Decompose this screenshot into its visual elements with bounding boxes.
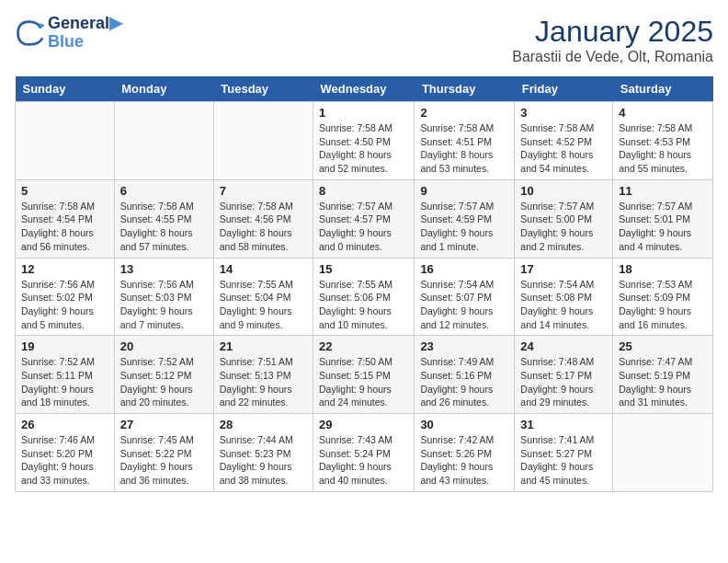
day-number: 31 — [520, 418, 607, 431]
calendar-week-row: 5Sunrise: 7:58 AM Sunset: 4:54 PM Daylig… — [16, 179, 713, 258]
day-number: 15 — [319, 262, 408, 276]
day-number: 4 — [619, 106, 707, 120]
calendar-day-cell: 12Sunrise: 7:56 AM Sunset: 5:02 PM Dayli… — [16, 258, 115, 336]
logo-icon — [15, 18, 44, 48]
calendar-day-cell: 25Sunrise: 7:47 AM Sunset: 5:19 PM Dayli… — [613, 336, 713, 414]
day-info: Sunrise: 7:43 AM Sunset: 5:24 PM Dayligh… — [319, 433, 408, 488]
day-number: 11 — [619, 184, 707, 198]
day-info: Sunrise: 7:58 AM Sunset: 4:52 PM Dayligh… — [520, 121, 607, 176]
day-info: Sunrise: 7:50 AM Sunset: 5:15 PM Dayligh… — [319, 355, 408, 409]
weekday-cell: Thursday — [415, 76, 515, 102]
day-info: Sunrise: 7:42 AM Sunset: 5:26 PM Dayligh… — [420, 433, 508, 488]
calendar-week-row: 1Sunrise: 7:58 AM Sunset: 4:50 PM Daylig… — [16, 102, 713, 180]
calendar-day-cell: 31Sunrise: 7:41 AM Sunset: 5:27 PM Dayli… — [515, 414, 613, 492]
day-info: Sunrise: 7:58 AM Sunset: 4:51 PM Dayligh… — [420, 121, 508, 176]
day-info: Sunrise: 7:51 AM Sunset: 5:13 PM Dayligh… — [220, 355, 307, 409]
calendar-day-cell: 24Sunrise: 7:48 AM Sunset: 5:17 PM Dayli… — [515, 336, 613, 414]
title-block: January 2025 Barastii de Vede, Olt, Roma… — [512, 15, 713, 65]
day-info: Sunrise: 7:52 AM Sunset: 5:11 PM Dayligh… — [21, 355, 108, 409]
day-info: Sunrise: 7:58 AM Sunset: 4:55 PM Dayligh… — [120, 200, 208, 254]
weekday-cell: Tuesday — [213, 76, 313, 102]
calendar-day-cell: 15Sunrise: 7:55 AM Sunset: 5:06 PM Dayli… — [313, 258, 415, 336]
calendar-day-cell — [114, 102, 213, 180]
day-info: Sunrise: 7:54 AM Sunset: 5:08 PM Dayligh… — [520, 278, 607, 332]
day-info: Sunrise: 7:57 AM Sunset: 4:59 PM Dayligh… — [420, 200, 508, 254]
day-info: Sunrise: 7:49 AM Sunset: 5:16 PM Dayligh… — [420, 355, 508, 409]
day-info: Sunrise: 7:54 AM Sunset: 5:07 PM Dayligh… — [420, 278, 508, 332]
day-number: 12 — [21, 262, 108, 276]
day-number: 8 — [319, 184, 408, 198]
location-title: Barastii de Vede, Olt, Romania — [512, 49, 713, 65]
day-info: Sunrise: 7:53 AM Sunset: 5:09 PM Dayligh… — [619, 278, 707, 332]
calendar-body: 1Sunrise: 7:58 AM Sunset: 4:50 PM Daylig… — [16, 102, 713, 492]
day-info: Sunrise: 7:41 AM Sunset: 5:27 PM Dayligh… — [520, 433, 607, 488]
calendar-day-cell — [16, 102, 115, 180]
day-info: Sunrise: 7:55 AM Sunset: 5:06 PM Dayligh… — [319, 278, 408, 332]
day-info: Sunrise: 7:58 AM Sunset: 4:53 PM Dayligh… — [619, 121, 707, 176]
calendar-day-cell: 20Sunrise: 7:52 AM Sunset: 5:12 PM Dayli… — [114, 336, 213, 414]
month-title: January 2025 — [512, 15, 713, 49]
calendar-day-cell: 19Sunrise: 7:52 AM Sunset: 5:11 PM Dayli… — [16, 336, 115, 414]
calendar-day-cell: 28Sunrise: 7:44 AM Sunset: 5:23 PM Dayli… — [213, 414, 313, 492]
day-number: 19 — [21, 339, 108, 353]
calendar-day-cell: 13Sunrise: 7:56 AM Sunset: 5:03 PM Dayli… — [114, 258, 213, 336]
calendar-day-cell: 17Sunrise: 7:54 AM Sunset: 5:08 PM Dayli… — [515, 258, 613, 336]
calendar-day-cell: 22Sunrise: 7:50 AM Sunset: 5:15 PM Dayli… — [313, 336, 415, 414]
weekday-header-row: SundayMondayTuesdayWednesdayThursdayFrid… — [16, 76, 713, 102]
day-info: Sunrise: 7:52 AM Sunset: 5:12 PM Dayligh… — [120, 355, 208, 409]
calendar-week-row: 12Sunrise: 7:56 AM Sunset: 5:02 PM Dayli… — [16, 258, 713, 336]
calendar-day-cell: 18Sunrise: 7:53 AM Sunset: 5:09 PM Dayli… — [613, 258, 713, 336]
day-number: 24 — [520, 339, 607, 353]
weekday-cell: Friday — [515, 76, 613, 102]
day-number: 9 — [420, 184, 508, 198]
day-number: 14 — [220, 262, 307, 276]
calendar-day-cell: 29Sunrise: 7:43 AM Sunset: 5:24 PM Dayli… — [313, 414, 415, 492]
day-number: 17 — [520, 262, 607, 276]
calendar-day-cell: 14Sunrise: 7:55 AM Sunset: 5:04 PM Dayli… — [213, 258, 313, 336]
day-info: Sunrise: 7:58 AM Sunset: 4:50 PM Dayligh… — [319, 121, 408, 176]
calendar-day-cell: 11Sunrise: 7:57 AM Sunset: 5:01 PM Dayli… — [613, 179, 713, 258]
calendar-day-cell: 3Sunrise: 7:58 AM Sunset: 4:52 PM Daylig… — [515, 102, 613, 180]
day-number: 22 — [319, 339, 408, 353]
day-number: 21 — [220, 339, 307, 353]
day-info: Sunrise: 7:56 AM Sunset: 5:02 PM Dayligh… — [21, 278, 108, 332]
calendar-day-cell: 1Sunrise: 7:58 AM Sunset: 4:50 PM Daylig… — [313, 102, 415, 180]
day-info: Sunrise: 7:44 AM Sunset: 5:23 PM Dayligh… — [220, 433, 307, 488]
calendar-day-cell: 26Sunrise: 7:46 AM Sunset: 5:20 PM Dayli… — [16, 414, 115, 492]
day-info: Sunrise: 7:45 AM Sunset: 5:22 PM Dayligh… — [120, 433, 208, 488]
calendar-week-row: 19Sunrise: 7:52 AM Sunset: 5:11 PM Dayli… — [16, 336, 713, 414]
day-number: 16 — [420, 262, 508, 276]
day-number: 3 — [520, 106, 607, 120]
calendar-day-cell: 30Sunrise: 7:42 AM Sunset: 5:26 PM Dayli… — [415, 414, 515, 492]
day-info: Sunrise: 7:58 AM Sunset: 4:54 PM Dayligh… — [21, 200, 108, 254]
day-number: 26 — [21, 418, 108, 431]
day-number: 1 — [319, 106, 408, 120]
day-number: 30 — [420, 418, 508, 431]
weekday-cell: Sunday — [16, 76, 115, 102]
calendar-day-cell: 21Sunrise: 7:51 AM Sunset: 5:13 PM Dayli… — [213, 336, 313, 414]
day-info: Sunrise: 7:57 AM Sunset: 4:57 PM Dayligh… — [319, 200, 408, 254]
day-info: Sunrise: 7:48 AM Sunset: 5:17 PM Dayligh… — [520, 355, 607, 409]
day-number: 25 — [619, 339, 707, 353]
calendar-day-cell: 16Sunrise: 7:54 AM Sunset: 5:07 PM Dayli… — [415, 258, 515, 336]
day-number: 27 — [120, 418, 208, 431]
day-number: 2 — [420, 106, 508, 120]
calendar-day-cell: 8Sunrise: 7:57 AM Sunset: 4:57 PM Daylig… — [313, 179, 415, 258]
day-info: Sunrise: 7:47 AM Sunset: 5:19 PM Dayligh… — [619, 355, 707, 409]
calendar-day-cell: 5Sunrise: 7:58 AM Sunset: 4:54 PM Daylig… — [16, 179, 115, 258]
calendar-day-cell — [213, 102, 313, 180]
calendar-day-cell: 9Sunrise: 7:57 AM Sunset: 4:59 PM Daylig… — [415, 179, 515, 258]
day-number: 10 — [520, 184, 607, 198]
day-number: 18 — [619, 262, 707, 276]
day-number: 13 — [120, 262, 208, 276]
calendar-day-cell: 6Sunrise: 7:58 AM Sunset: 4:55 PM Daylig… — [114, 179, 213, 258]
day-info: Sunrise: 7:46 AM Sunset: 5:20 PM Dayligh… — [21, 433, 108, 488]
calendar-day-cell: 23Sunrise: 7:49 AM Sunset: 5:16 PM Dayli… — [415, 336, 515, 414]
calendar-day-cell: 10Sunrise: 7:57 AM Sunset: 5:00 PM Dayli… — [515, 179, 613, 258]
day-info: Sunrise: 7:56 AM Sunset: 5:03 PM Dayligh… — [120, 278, 208, 332]
weekday-cell: Wednesday — [313, 76, 415, 102]
calendar-day-cell: 4Sunrise: 7:58 AM Sunset: 4:53 PM Daylig… — [613, 102, 713, 180]
day-number: 29 — [319, 418, 408, 431]
weekday-cell: Monday — [114, 76, 213, 102]
calendar-day-cell: 2Sunrise: 7:58 AM Sunset: 4:51 PM Daylig… — [415, 102, 515, 180]
